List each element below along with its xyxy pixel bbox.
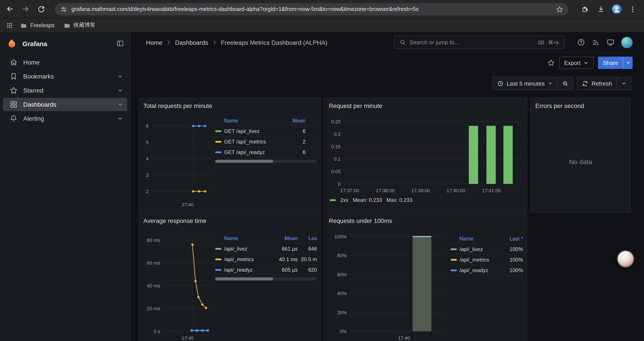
panel-title[interactable]: Average response time (143, 217, 206, 224)
brand-title: Grafana (22, 40, 47, 47)
site-settings-icon[interactable] (60, 6, 68, 13)
legend-series-name[interactable]: /api/_livez (224, 245, 273, 252)
downloads-icon[interactable] (595, 3, 607, 15)
sidebar-item-dashboards[interactable]: Dashboards (3, 98, 127, 111)
bookmarks-bar: Freeleaps 收藏博客 (0, 18, 644, 32)
svg-text:20 ms: 20 ms (147, 306, 160, 311)
share-label[interactable]: Share (598, 57, 623, 69)
sidebar-item-home[interactable]: Home (3, 56, 127, 69)
share-button[interactable]: Share (598, 57, 632, 69)
share-caret-button[interactable] (623, 57, 632, 69)
profile-avatar[interactable] (611, 3, 623, 15)
chevron-down-icon[interactable] (116, 87, 124, 94)
series-color-dash (215, 141, 222, 142)
rss-icon[interactable] (592, 38, 600, 46)
legend-series-name[interactable]: /api/_metrics (460, 256, 498, 263)
panel-legend: Name Last * /api/_livez 100% /api/_metri… (451, 233, 523, 276)
zoom-out-icon (562, 80, 569, 87)
legend-scrollbar[interactable] (215, 277, 317, 280)
bookmark-folder-freeleaps[interactable]: Freeleaps (17, 21, 58, 30)
svg-text:17:37:00: 17:37:00 (340, 188, 359, 193)
floating-avatar-widget[interactable] (617, 250, 634, 268)
back-button[interactable] (4, 3, 16, 15)
legend-col-mean[interactable]: Mean (283, 117, 306, 124)
legend-series-name[interactable]: GET /api/_livez (224, 128, 283, 134)
grafana-app: Grafana Home Bookmarks (0, 32, 644, 341)
breadcrumb-home[interactable]: Home (146, 39, 162, 46)
bookmark-folder-blog[interactable]: 收藏博客 (60, 20, 99, 30)
series-color-dash (215, 248, 222, 249)
reload-button[interactable] (35, 3, 47, 15)
sidebar-item-bookmarks[interactable]: Bookmarks (3, 70, 127, 83)
browser-menu-icon[interactable] (626, 3, 639, 15)
bookmark-icon (9, 72, 18, 81)
svg-text:0.05: 0.05 (331, 169, 341, 174)
panel-legend: Name Mean GET /api/_livez 6 GET /api/_me… (215, 115, 317, 163)
legend-series-name[interactable]: /api/_readyz (460, 267, 498, 273)
svg-text:0.1: 0.1 (334, 156, 341, 162)
legend-series-name[interactable]: GET /api/_metrics (224, 138, 283, 145)
legend-series-name[interactable]: 2xx (340, 197, 348, 203)
sidebar-collapse-button[interactable] (116, 40, 124, 47)
chevron-down-icon (621, 81, 626, 86)
legend-series-last: 100% (498, 267, 523, 273)
time-range-button[interactable]: Last 5 minutes (492, 77, 557, 90)
folder-icon (63, 22, 70, 29)
legend-col-mean[interactable]: Mean (273, 235, 298, 241)
panel-title[interactable]: Errors per second (535, 102, 584, 109)
grafana-logo[interactable] (7, 39, 17, 48)
bookmark-star-icon[interactable] (556, 6, 563, 13)
kiosk-monitor-icon[interactable] (606, 38, 615, 47)
chevron-down-icon[interactable] (116, 101, 124, 108)
legend-series-name[interactable]: /api/_readyz (224, 267, 273, 273)
zoom-out-button[interactable] (558, 77, 573, 90)
legend-series-last: 646 (298, 245, 317, 252)
legend-series-last: 20.5 m (298, 256, 317, 262)
legend-series-name[interactable]: /api/_metrics (224, 256, 273, 262)
user-avatar[interactable] (621, 37, 632, 48)
legend-row: /api/_livez 661 µs 646 (215, 244, 317, 254)
sidebar-item-starred[interactable]: Starred (3, 84, 127, 97)
breadcrumb-dashboards[interactable]: Dashboards (175, 39, 208, 46)
sidebar-item-label: Home (23, 59, 40, 66)
legend-row: /api/_metrics 40.1 ms 20.5 m (215, 254, 317, 265)
svg-text:40%: 40% (337, 291, 347, 296)
sidebar-item-alerting[interactable]: Alerting (3, 112, 127, 125)
legend-series-last: 620 (298, 267, 317, 273)
favorite-star-button[interactable] (547, 59, 555, 67)
legend-col-last[interactable]: Last * (498, 235, 523, 242)
export-button[interactable]: Export (559, 57, 594, 69)
keyboard-icon (538, 39, 544, 46)
legend-series-name[interactable]: GET /api/_readyz (224, 149, 283, 155)
panel-title[interactable]: Request per minute (329, 102, 382, 109)
legend-col-name[interactable]: Name (224, 235, 273, 241)
panel-title[interactable]: Requests under 100ms (329, 217, 392, 224)
refresh-button[interactable]: Refresh (578, 77, 616, 90)
search-input[interactable] (410, 39, 534, 46)
legend-scrollbar[interactable] (215, 160, 317, 163)
refresh-interval-caret[interactable] (617, 77, 631, 90)
extensions-icon[interactable] (579, 3, 592, 15)
apps-grid-icon[interactable] (4, 21, 15, 30)
legend-series-name[interactable]: /api/_livez (460, 246, 498, 252)
forward-button[interactable] (19, 3, 32, 15)
sidebar: Grafana Home Bookmarks (0, 32, 131, 341)
search-box[interactable]: ⌘+k (394, 36, 565, 49)
scrollbar-thumb[interactable] (215, 160, 273, 163)
url-input[interactable] (72, 6, 552, 12)
legend-col-last[interactable]: Las (298, 235, 317, 241)
chevron-down-icon[interactable] (116, 73, 124, 80)
panel-average-response-time: Average response time 80 ms60 ms40 ms20 … (138, 213, 321, 341)
legend-col-name[interactable]: Name (460, 235, 498, 242)
chevron-down-icon[interactable] (116, 115, 124, 122)
help-icon[interactable] (577, 38, 585, 47)
panel-title[interactable]: Total requests per minute (143, 102, 212, 109)
legend-col-name[interactable]: Name (224, 117, 283, 124)
address-bar[interactable] (55, 3, 568, 15)
svg-text:0.2: 0.2 (334, 131, 341, 137)
scrollbar-thumb[interactable] (215, 277, 273, 280)
svg-text:17:40:00: 17:40:00 (446, 188, 465, 193)
series-color-dash (215, 258, 222, 260)
refresh-group: Refresh (577, 77, 631, 90)
sidebar-brand: Grafana (0, 36, 130, 51)
